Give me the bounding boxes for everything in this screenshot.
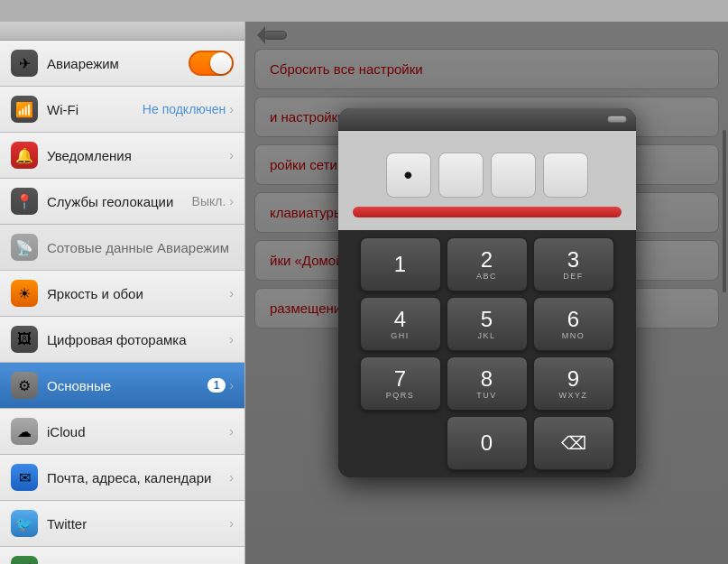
pin-dot-3	[543, 153, 588, 198]
sidebar-item-facetime[interactable]: 📹FaceTime›	[0, 547, 244, 564]
numpad-num-0-2: 7	[394, 368, 406, 390]
error-message	[353, 207, 622, 217]
numpad-num-0-1: 4	[394, 309, 406, 330]
sidebar-title	[0, 22, 244, 41]
sidebar-item-label-location: Службы геолокации	[47, 194, 187, 209]
airplane-icon: ✈	[11, 50, 38, 77]
pin-dot-0: •	[386, 153, 431, 198]
chevron-notifications: ›	[229, 148, 234, 162]
numpad-btn-8[interactable]: 8TUV	[447, 356, 528, 411]
sidebar-item-label-photoframe: Цифровая фоторамка	[47, 332, 226, 347]
chevron-photoframe: ›	[229, 332, 234, 347]
sidebar-item-label-mail: Почта, адреса, календари	[47, 470, 226, 485]
numpad-btn-4[interactable]: 4GHI	[360, 297, 441, 351]
numpad-btn-1[interactable]: 1	[360, 237, 441, 291]
chevron-general: ›	[229, 378, 234, 393]
chevron-wifi: ›	[229, 102, 234, 116]
sidebar-item-label-icloud: iCloud	[47, 424, 226, 439]
sidebar-item-label-general: Основные	[47, 378, 207, 393]
photoframe-icon: 🖼	[11, 326, 38, 353]
chevron-twitter: ›	[229, 516, 234, 531]
numpad-sub-0-2: PQRS	[386, 391, 415, 400]
wifi-icon: 📶	[11, 96, 38, 123]
sidebar-item-label-twitter: Twitter	[47, 516, 226, 532]
numpad-num-2-2: 9	[567, 368, 579, 390]
sidebar-item-airplane[interactable]: ✈АвиарежимI	[0, 41, 244, 87]
chevron-icloud: ›	[229, 424, 234, 439]
numpad-btn-9[interactable]: 9WXYZ	[533, 356, 614, 411]
numpad-btn-0[interactable]: 0	[447, 416, 528, 470]
pin-dot-1	[438, 153, 484, 198]
numpad-sub-1-2: TUV	[476, 391, 497, 400]
sidebar-list: ✈АвиарежимI📶Wi-FiНе подключен›🔔Уведомлен…	[0, 41, 244, 564]
numpad-num-0-0: 1	[394, 254, 406, 275]
sidebar-item-label-notifications: Уведомления	[47, 148, 226, 163]
numpad-num-2-1: 6	[567, 309, 579, 330]
sidebar-item-sublabel-wifi: Не подключен	[143, 102, 226, 116]
numpad-row-0: 12ABC3DEF	[346, 237, 629, 291]
sidebar-item-icloud[interactable]: ☁iCloud›	[0, 409, 244, 455]
sidebar: ✈АвиарежимI📶Wi-FiНе подключен›🔔Уведомлен…	[0, 22, 245, 564]
numpad-empty	[360, 416, 441, 470]
chevron-location: ›	[229, 194, 234, 208]
twitter-icon: 🐦	[11, 510, 38, 537]
toggle-airplane[interactable]: I	[189, 51, 234, 76]
sidebar-item-brightness[interactable]: ☀Яркость и обои›	[0, 271, 244, 317]
facetime-icon: 📹	[11, 556, 38, 564]
badge-general: 1	[207, 378, 226, 393]
numpad-btn-3[interactable]: 3DEF	[533, 237, 614, 291]
chevron-brightness: ›	[229, 286, 234, 300]
numpad-delete-button[interactable]: ⌫	[533, 416, 614, 470]
sidebar-item-photoframe[interactable]: 🖼Цифровая фоторамка›	[0, 317, 244, 363]
sidebar-item-label-brightness: Яркость и обои	[47, 286, 226, 301]
sidebar-item-label-airplane: Авиарежим	[47, 56, 189, 71]
sidebar-item-notifications[interactable]: 🔔Уведомления›	[0, 133, 244, 179]
numpad-num-1-2: 8	[481, 368, 493, 390]
numpad-num-2-0: 3	[567, 249, 579, 271]
numpad-sub-2-1: MNO	[562, 331, 585, 340]
sidebar-item-mail[interactable]: ✉Почта, адреса, календари›	[0, 455, 244, 501]
pin-dot-2	[491, 153, 536, 198]
right-panel: Сбросить все настройкии настройкиройки с…	[245, 22, 728, 564]
chevron-mail: ›	[229, 470, 234, 485]
dialog-body: •	[338, 131, 636, 230]
numpad-num-1-3: 0	[481, 432, 493, 454]
sidebar-item-cellular[interactable]: 📡Сотовые данные Авиарежим	[0, 225, 244, 271]
numpad: 12ABC3DEF4GHI5JKL6MNO7PQRS8TUV9WXYZ0⌫	[338, 230, 636, 477]
numpad-sub-2-0: DEF	[563, 272, 584, 281]
numpad-row-2: 7PQRS8TUV9WXYZ	[346, 356, 629, 411]
numpad-sub-1-0: ABC	[476, 272, 497, 281]
sidebar-item-location[interactable]: 📍Службы геолокацииВыкл.›	[0, 179, 244, 225]
password-dialog: • 12ABC3DEF4GHI5JKL6MNO7PQRS8TUV9WXYZ0⌫	[338, 108, 636, 477]
sidebar-item-twitter[interactable]: 🐦Twitter›	[0, 501, 244, 547]
numpad-btn-2[interactable]: 2ABC	[447, 237, 528, 291]
status-bar	[0, 0, 728, 22]
numpad-num-1-0: 2	[481, 249, 493, 271]
numpad-btn-5[interactable]: 5JKL	[447, 297, 528, 351]
brightness-icon: ☀	[11, 280, 38, 307]
numpad-num-2-3: ⌫	[561, 432, 586, 454]
numpad-sub-2-2: WXYZ	[559, 391, 588, 400]
sidebar-item-sublabel-location: Выкл.	[192, 194, 226, 208]
sidebar-item-wifi[interactable]: 📶Wi-FiНе подключен›	[0, 87, 244, 133]
dialog-cancel-button[interactable]	[607, 116, 627, 123]
numpad-row-1: 4GHI5JKL6MNO	[346, 297, 629, 351]
dialog-header	[338, 108, 636, 131]
toggle-thumb-airplane	[210, 52, 232, 74]
sidebar-item-label-cellular: Сотовые данные Авиарежим	[47, 240, 234, 255]
location-icon: 📍	[11, 188, 38, 215]
modal-overlay: • 12ABC3DEF4GHI5JKL6MNO7PQRS8TUV9WXYZ0⌫	[245, 22, 728, 564]
numpad-btn-6[interactable]: 6MNO	[533, 297, 614, 351]
general-icon: ⚙	[11, 372, 38, 399]
notifications-icon: 🔔	[11, 142, 38, 169]
sidebar-item-general[interactable]: ⚙Основные1›	[0, 363, 244, 409]
mail-icon: ✉	[11, 464, 38, 491]
numpad-row-3: 0⌫	[346, 416, 629, 470]
numpad-sub-0-1: GHI	[391, 331, 410, 340]
sidebar-item-label-wifi: Wi-Fi	[47, 102, 137, 117]
numpad-sub-1-1: JKL	[477, 331, 495, 340]
pin-dots: •	[353, 153, 622, 198]
cellular-icon: 📡	[11, 234, 38, 261]
icloud-icon: ☁	[11, 418, 38, 445]
numpad-btn-7[interactable]: 7PQRS	[360, 356, 441, 411]
